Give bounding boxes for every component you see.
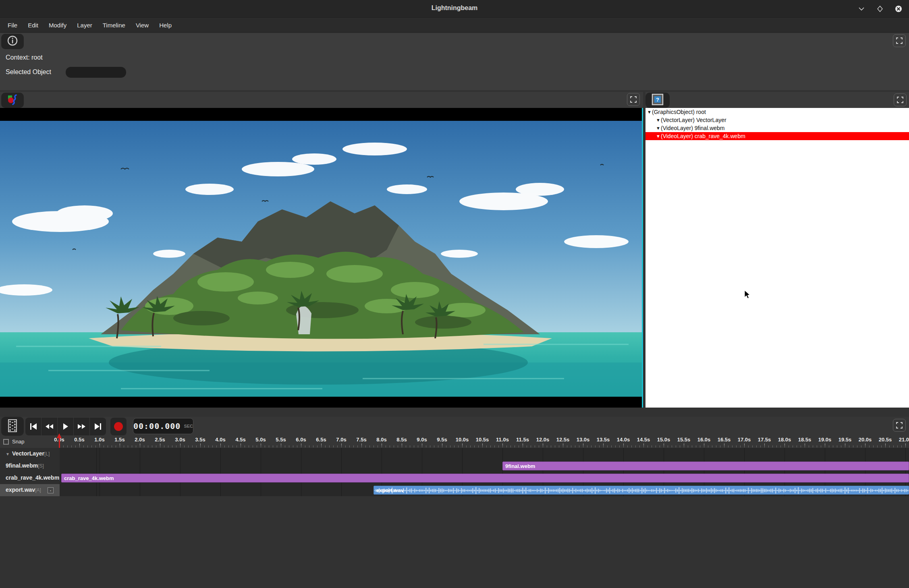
chevron-down-icon[interactable]: ▼ bbox=[656, 132, 661, 140]
ruler-tick-label: 12.5s bbox=[556, 437, 570, 443]
outline-fullscreen-button[interactable] bbox=[894, 93, 907, 106]
time-unit: SEC bbox=[184, 424, 193, 429]
time-value: 00:00.000 bbox=[133, 421, 181, 431]
ruler-tick-label: 1.0s bbox=[94, 437, 104, 443]
skip-to-end-button[interactable] bbox=[90, 418, 106, 435]
context-label: Context: root bbox=[6, 54, 43, 61]
track-area[interactable]: 9final.webm bbox=[60, 460, 909, 472]
time-display: 00:00.000 SEC bbox=[133, 418, 193, 434]
track-row: ▼VectorLayer[L] bbox=[0, 448, 909, 460]
tree-item[interactable]: ▼(VectorLayer) VectorLayer bbox=[645, 116, 909, 124]
timeline-panel: 00:00.000 SEC Snap 0.0s0.5s1.0s1.5s2.0s2… bbox=[0, 417, 909, 496]
ruler-tick-label: 15.5s bbox=[677, 437, 691, 443]
skip-to-start-button[interactable] bbox=[25, 418, 42, 435]
fullscreen-icon bbox=[897, 97, 903, 103]
menu-item-timeline[interactable]: Timeline bbox=[98, 19, 131, 31]
menu-item-file[interactable]: File bbox=[2, 19, 23, 31]
ruler-tick-label: 8.0s bbox=[376, 437, 386, 443]
video-preview-island bbox=[0, 121, 642, 397]
menu-item-view[interactable]: View bbox=[131, 19, 154, 31]
tree-item[interactable]: ▼(VideoLayer) crab_rave_4k.webm bbox=[645, 132, 909, 140]
ruler-tick-label: 16.5s bbox=[718, 437, 731, 443]
snap-checkbox[interactable] bbox=[3, 439, 9, 445]
outline-tab[interactable]: ? bbox=[645, 93, 670, 108]
ruler-tick-label: 21.0s bbox=[899, 437, 909, 443]
maximize-icon[interactable] bbox=[875, 4, 885, 14]
track-name: export.wav bbox=[6, 487, 35, 493]
unknown-image-icon: ? bbox=[652, 93, 664, 107]
ruler-tick-label: 12.0s bbox=[536, 437, 550, 443]
tree-item[interactable]: ▼(VideoLayer) 9final.webm bbox=[645, 124, 909, 132]
track-name: 9final.webm bbox=[6, 462, 38, 469]
audio-waveform bbox=[374, 486, 909, 495]
stage-viewport[interactable] bbox=[0, 108, 643, 408]
track-label-VectorLayer[interactable]: ▼VectorLayer[L] bbox=[0, 448, 60, 460]
menu-item-modify[interactable]: Modify bbox=[44, 19, 72, 31]
timeline-tab[interactable] bbox=[1, 417, 24, 436]
ruler-tick-label: 7.5s bbox=[356, 437, 366, 443]
track-type-suffix: [L] bbox=[44, 451, 50, 457]
track-name: VectorLayer bbox=[12, 450, 44, 457]
track-row: crab_rave_4k.webm[S]crab_rave_4k.webm bbox=[0, 472, 909, 484]
inspector-panel: Context: root Selected Object bbox=[0, 33, 909, 90]
ruler-tick-label: 17.0s bbox=[738, 437, 751, 443]
track-area[interactable]: crab_rave_4k.webm bbox=[60, 472, 909, 484]
inspector-fullscreen-button[interactable] bbox=[893, 34, 906, 47]
menu-item-layer[interactable]: Layer bbox=[72, 19, 98, 31]
track-label-export.wav[interactable]: export.wav[A]- bbox=[0, 484, 60, 496]
close-icon[interactable] bbox=[894, 4, 903, 14]
ruler-tick-label: 3.5s bbox=[195, 437, 205, 443]
track-mute-checkbox[interactable]: - bbox=[48, 487, 54, 493]
ruler-tick-label: 11.5s bbox=[516, 437, 529, 443]
play-button[interactable] bbox=[58, 418, 74, 435]
ruler-tick-label: 14.5s bbox=[637, 437, 650, 443]
menu-item-edit[interactable]: Edit bbox=[23, 19, 44, 31]
ruler-tick-label: 4.5s bbox=[235, 437, 245, 443]
track-area[interactable]: export.wav bbox=[60, 484, 909, 496]
ruler-tick-label: 3.0s bbox=[175, 437, 185, 443]
ruler-tick-label: 20.0s bbox=[859, 437, 872, 443]
ruler-tick-label: 11.0s bbox=[496, 437, 509, 443]
clip-label: export.wav bbox=[376, 486, 404, 495]
timeline-ruler[interactable]: Snap 0.0s0.5s1.0s1.5s2.0s2.5s3.0s3.5s4.0… bbox=[0, 436, 909, 448]
inspector-tab[interactable] bbox=[1, 34, 24, 49]
stage-panel bbox=[0, 92, 643, 408]
track-area[interactable] bbox=[60, 448, 909, 460]
playhead[interactable] bbox=[57, 433, 62, 448]
ruler-tick-label: 9.0s bbox=[417, 437, 427, 443]
track-row: export.wav[A]-export.wav bbox=[0, 484, 909, 496]
transport-controls bbox=[25, 418, 106, 435]
chevron-down-icon[interactable]: ▼ bbox=[656, 124, 661, 132]
svg-text:?: ? bbox=[656, 97, 659, 103]
minimize-icon[interactable] bbox=[857, 4, 866, 14]
menu-bar: FileEditModifyLayerTimelineViewHelp bbox=[0, 18, 909, 33]
menu-item-help[interactable]: Help bbox=[154, 19, 177, 31]
timeline-fullscreen-button[interactable] bbox=[893, 419, 906, 432]
rewind-button[interactable] bbox=[42, 418, 58, 435]
ruler-tick-label: 8.5s bbox=[396, 437, 407, 443]
track-name: crab_rave_4k.webm bbox=[6, 474, 59, 481]
timeline-toolbar: 00:00.000 SEC bbox=[0, 417, 909, 436]
clip-export.wav[interactable]: export.wav bbox=[374, 486, 909, 495]
track-row: 9final.webm[S]9final.webm bbox=[0, 460, 909, 472]
tree-item-label: (GraphicsObject) root bbox=[652, 109, 706, 115]
stage-tab[interactable] bbox=[1, 93, 24, 108]
record-button[interactable] bbox=[110, 418, 127, 435]
ruler-tick-label: 7.0s bbox=[336, 437, 346, 443]
chevron-down-icon[interactable]: ▼ bbox=[656, 116, 661, 124]
track-label-9final.webm[interactable]: 9final.webm[S] bbox=[0, 460, 60, 472]
stage-fullscreen-button[interactable] bbox=[627, 93, 640, 106]
ruler-tick-label: 13.5s bbox=[597, 437, 610, 443]
ruler-minor-ticks bbox=[59, 445, 909, 447]
chevron-down-icon[interactable]: ▼ bbox=[6, 452, 10, 456]
selected-object-input[interactable] bbox=[66, 67, 126, 78]
clip-crab_rave_4k.webm[interactable]: crab_rave_4k.webm bbox=[61, 474, 909, 482]
tree-item-label: (VideoLayer) crab_rave_4k.webm bbox=[661, 133, 745, 139]
ruler-tick-label: 14.0s bbox=[617, 437, 630, 443]
clip-9final.webm[interactable]: 9final.webm bbox=[502, 462, 909, 470]
track-label-crab_rave_4k.webm[interactable]: crab_rave_4k.webm[S] bbox=[0, 472, 60, 484]
ruler-tick-label: 15.0s bbox=[657, 437, 670, 443]
chevron-down-icon[interactable]: ▼ bbox=[647, 108, 652, 116]
tree-item[interactable]: ▼(GraphicsObject) root bbox=[645, 108, 909, 116]
fast-forward-button[interactable] bbox=[74, 418, 90, 435]
